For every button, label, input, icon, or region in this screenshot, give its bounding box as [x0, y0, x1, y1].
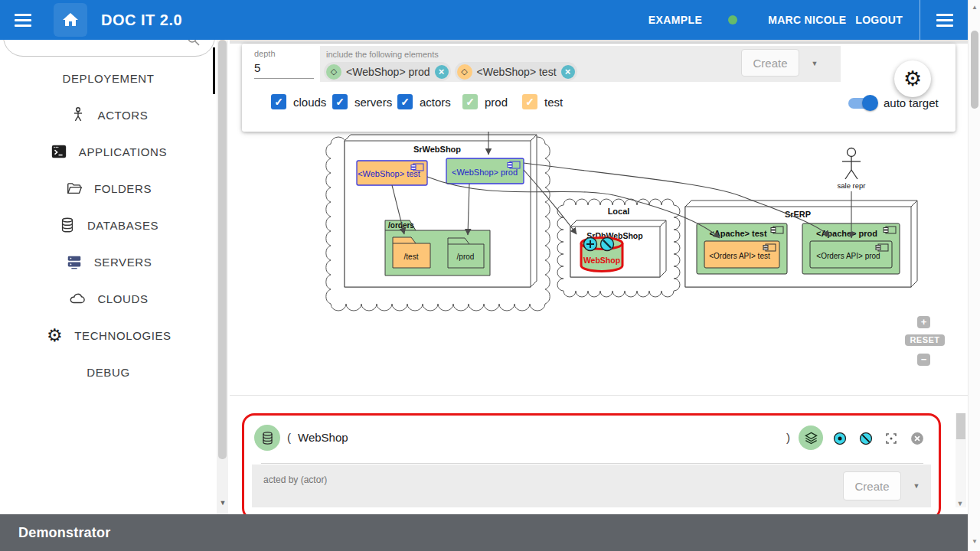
sidebar-scrollbar-thumb[interactable] — [218, 40, 227, 459]
diagram-label-webshop-test: <WebShop> test — [358, 169, 420, 178]
open-paren: ( — [287, 431, 291, 444]
actors-checkbox[interactable]: ✓ — [397, 94, 413, 109]
filter-clouds: ✓ clouds — [271, 94, 326, 109]
sidebar-item-technologies[interactable]: ⚙ TECHNOLOGIES — [0, 317, 217, 354]
user-name[interactable]: MARC NICOLE — [768, 14, 846, 26]
block-button[interactable] — [858, 431, 874, 448]
sidebar-item-databases[interactable]: DATABASES — [0, 207, 217, 243]
node-test-icon: ◇ — [457, 64, 472, 80]
actor-sale-repr[interactable]: sale repr — [838, 148, 866, 191]
test-checkbox[interactable]: ✓ — [522, 94, 537, 109]
checkbox-label: prod — [485, 96, 508, 109]
chip-webshop-test[interactable]: ◇ <WebShop> test × — [455, 62, 577, 81]
cloud-icon — [68, 289, 87, 308]
chip-close-icon[interactable]: × — [561, 65, 575, 79]
block-badge-icon[interactable] — [601, 238, 614, 251]
target-button[interactable] — [832, 431, 848, 448]
sidebar-item-servers[interactable]: SERVERS — [0, 243, 217, 280]
sidebar-item-deployement[interactable]: DEPLOYEMENT — [0, 60, 217, 96]
page-scroll-up-icon[interactable]: ▲ — [970, 3, 979, 12]
home-icon — [61, 11, 80, 29]
diagram-label-srwebshop: SrWebShop — [413, 145, 461, 154]
node-orders-api-prod[interactable]: <Orders API> prod — [810, 241, 892, 268]
deployment-diagram[interactable]: SrWebShop <WebShop> test <WebShop> prod — [242, 129, 956, 395]
acted-by-panel: acted by (actor) Create ▼ — [252, 465, 931, 507]
component-icon — [884, 227, 896, 233]
status-dot — [728, 15, 737, 24]
page-scroll-down-icon[interactable]: ▼ — [970, 537, 979, 546]
auto-target-toggle-knob[interactable] — [862, 95, 878, 111]
database-webshop-selected[interactable]: WebShop — [581, 238, 622, 272]
chip-close-icon[interactable]: × — [435, 65, 449, 79]
clouds-checkbox[interactable]: ✓ — [271, 94, 286, 109]
checkbox-label: actors — [420, 96, 451, 109]
chip-webshop-prod[interactable]: ◇ <WebShop> prod × — [324, 62, 451, 81]
sidebar-item-clouds[interactable]: CLOUDS — [0, 280, 217, 317]
filter-prod: ✓ prod — [462, 94, 508, 109]
app-title: DOC IT 2.0 — [101, 11, 182, 29]
component-icon — [876, 244, 888, 251]
footer-title: Demonstrator — [18, 525, 110, 541]
panel-scrollbar-thumb[interactable] — [956, 413, 965, 439]
acted-by-create-dropdown-icon[interactable]: ▼ — [909, 478, 924, 494]
create-button[interactable]: Create — [741, 49, 799, 77]
node-srdbwebshop[interactable]: SrDbWebShop WebShop — [570, 220, 666, 277]
terminal-icon — [50, 142, 68, 161]
prod-checkbox[interactable]: ✓ — [462, 94, 478, 109]
sidebar-item-label: TECHNOLOGIES — [74, 329, 171, 342]
menu-icon[interactable] — [9, 6, 37, 34]
component-icon — [763, 244, 776, 251]
settings-fab-gear-icon[interactable]: ⚙ — [894, 60, 931, 97]
diagram-label-webshop-prod: <WebShop> prod — [452, 168, 518, 177]
sidebar-item-actors[interactable]: ACTORS — [0, 96, 217, 133]
sidebar-mini-scrollbar[interactable] — [213, 47, 215, 94]
panel-scroll-down-icon[interactable]: ▼ — [955, 499, 965, 508]
acted-by-label: acted by (actor) — [263, 474, 327, 485]
component-icon — [411, 164, 423, 171]
chip-label: <WebShop> prod — [341, 66, 435, 78]
node-orders-api-test[interactable]: <Orders API> test — [704, 241, 779, 268]
right-menu-icon[interactable] — [931, 6, 959, 34]
sidebar-item-debug[interactable]: DEBUG — [0, 354, 217, 390]
database-avatar — [254, 425, 280, 451]
app-bar: DOC IT 2.0 EXAMPLE MARC NICOLE LOGOUT — [0, 0, 968, 40]
home-button[interactable] — [54, 3, 87, 37]
page-scrollbar-thumb[interactable] — [971, 31, 978, 109]
create-dropdown-icon[interactable]: ▼ — [807, 56, 822, 71]
node-webshop-prod[interactable]: <WebShop> prod — [446, 158, 524, 184]
sidebar-item-label: DEPLOYEMENT — [63, 72, 155, 85]
component-icon — [508, 161, 520, 168]
add-badge-icon[interactable] — [584, 238, 597, 251]
server-icon — [65, 253, 83, 271]
logout-button[interactable]: LOGOUT — [855, 14, 903, 26]
panel-divider — [261, 463, 923, 464]
layers-button[interactable] — [799, 425, 823, 450]
appbar-divider — [920, 0, 920, 40]
filter-actors: ✓ actors — [397, 94, 451, 109]
sidebar-item-label: SERVERS — [94, 256, 152, 269]
diagram-label-orders-api-test: <Orders API> test — [709, 252, 770, 260]
sidebar: DEPLOYEMENT ACTORS APPLICATIONS — [0, 40, 230, 514]
depth-underline — [254, 78, 314, 79]
sidebar-item-label: DATABASES — [87, 219, 158, 232]
acted-by-create-button[interactable]: Create — [843, 471, 901, 500]
sidebar-item-folders[interactable]: FOLDERS — [0, 170, 217, 207]
focus-button[interactable] — [884, 432, 898, 448]
app-root: DOC IT 2.0 EXAMPLE MARC NICOLE LOGOUT DE… — [0, 0, 980, 551]
sidebar-item-applications[interactable]: APPLICATIONS — [0, 133, 217, 170]
close-paren: ) — [786, 431, 790, 444]
page-scrollbar[interactable]: ▲ ▼ — [968, 0, 980, 551]
close-selection-button[interactable] — [910, 431, 925, 448]
diagram-label-apache-prod: <Apache> prod — [816, 229, 877, 238]
depth-input[interactable]: 5 — [254, 61, 260, 74]
footer-bar: Demonstrator — [0, 514, 968, 551]
diagram-label-webshop-db: WebShop — [583, 256, 620, 265]
servers-checkbox[interactable]: ✓ — [332, 94, 348, 109]
sidebar-item-label: APPLICATIONS — [79, 145, 167, 158]
sidebar-scroll-down-icon[interactable]: ▼ — [218, 497, 227, 508]
selected-element-title: WebShop — [298, 431, 348, 444]
node-webshop-test[interactable]: <WebShop> test — [357, 161, 427, 185]
component-icon — [771, 227, 783, 233]
diagram-label-sale-repr: sale repr — [838, 181, 866, 190]
include-elements-label: include the following elements — [326, 50, 439, 59]
